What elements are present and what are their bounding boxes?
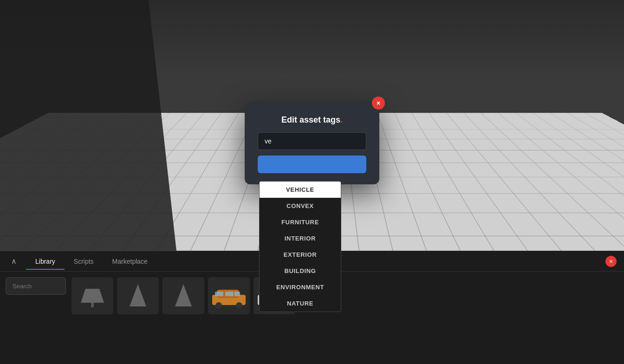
- modal-close-button[interactable]: ×: [372, 97, 385, 110]
- dropdown-item-environment[interactable]: ENVIRONMENT: [260, 279, 341, 295]
- dropdown-item-building[interactable]: BUILDING: [260, 263, 341, 279]
- dropdown-item-interior[interactable]: INTERIOR: [260, 230, 341, 247]
- edit-tags-modal: × Edit asset tags.: [245, 102, 379, 184]
- tag-search-input[interactable]: [258, 132, 366, 150]
- modal-title-dot: .: [340, 115, 343, 124]
- dropdown-item-vehicle[interactable]: VEHICLE: [260, 182, 341, 198]
- tag-dropdown: VEHICLE CONVEX FURNITURE INTERIOR EXTERI…: [259, 181, 341, 312]
- dropdown-item-exterior[interactable]: EXTERIOR: [260, 247, 341, 263]
- modal-title: Edit asset tags.: [258, 115, 366, 125]
- modal-actions: [258, 156, 366, 173]
- dropdown-item-furniture[interactable]: FURNITURE: [260, 214, 341, 230]
- modal-title-text: Edit asset tags: [281, 115, 340, 124]
- dropdown-item-nature[interactable]: NATURE: [260, 295, 341, 312]
- dropdown-item-convex[interactable]: CONVEX: [260, 198, 341, 214]
- add-tag-button[interactable]: [258, 156, 366, 173]
